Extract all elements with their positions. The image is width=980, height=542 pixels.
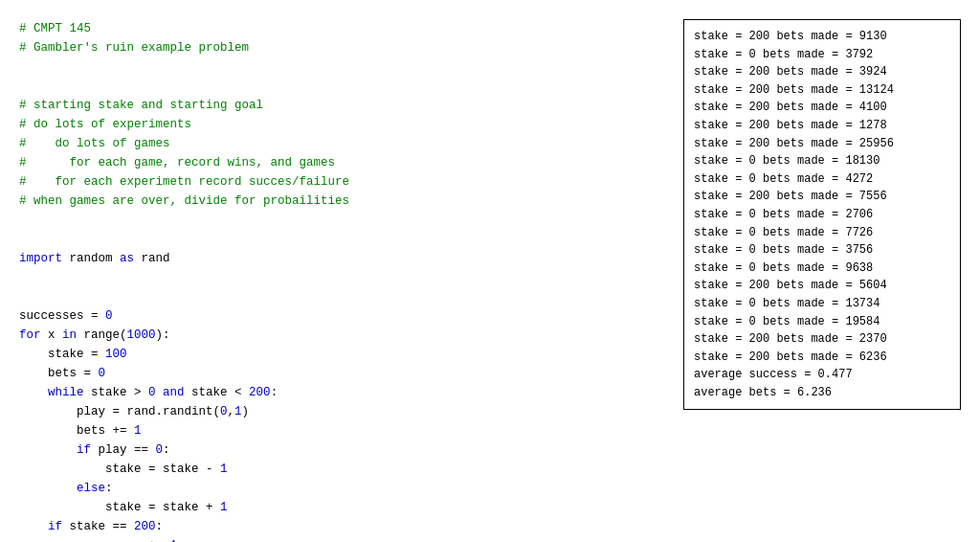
main-content: # CMPT 145 # Gambler's ruin example prob… — [19, 19, 961, 542]
output-block: stake = 200 bets made = 9130 stake = 0 b… — [683, 19, 961, 410]
code-block: # CMPT 145 # Gambler's ruin example prob… — [19, 19, 664, 542]
